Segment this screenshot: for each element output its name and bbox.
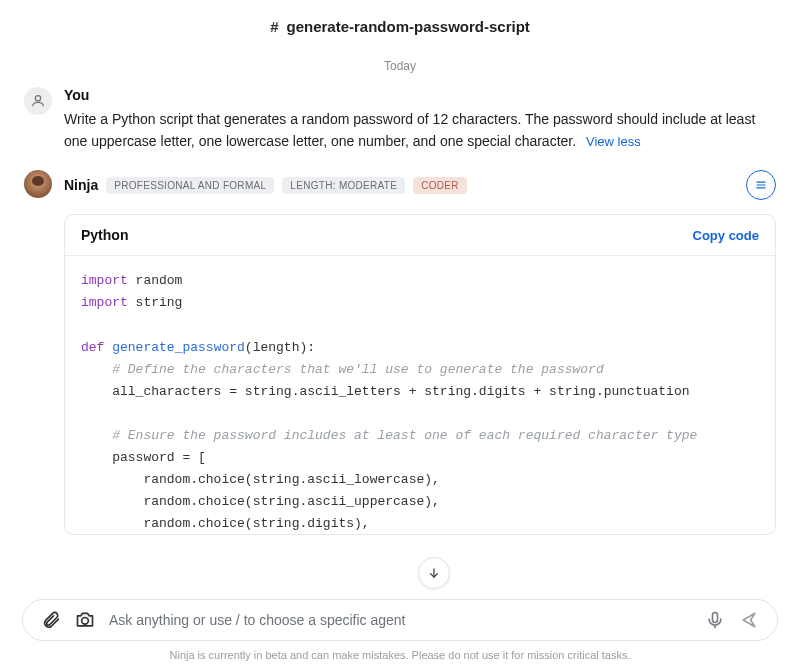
code-language-label: Python xyxy=(81,227,128,243)
message-user: You Write a Python script that generates… xyxy=(0,87,800,152)
code-content: import random import string def generate… xyxy=(65,256,775,534)
composer-input[interactable] xyxy=(109,612,691,628)
svg-rect-6 xyxy=(713,613,718,623)
message-ninja: Ninja PROFESSIONAL AND FORMAL LENGTH: MO… xyxy=(0,170,800,535)
message-menu-button[interactable] xyxy=(746,170,776,200)
code-text: password = [ xyxy=(81,450,206,465)
code-text: string xyxy=(128,295,183,310)
date-divider: Today xyxy=(0,41,800,87)
tag-tone: PROFESSIONAL AND FORMAL xyxy=(106,177,274,194)
send-button[interactable] xyxy=(739,610,759,630)
copy-code-button[interactable]: Copy code xyxy=(693,228,759,243)
svg-point-5 xyxy=(82,618,89,625)
tag-length: LENGTH: MODERATE xyxy=(282,177,405,194)
code-keyword: def xyxy=(81,340,112,355)
microphone-icon xyxy=(705,610,725,630)
person-icon xyxy=(30,93,46,109)
code-text: random.choice(string.ascii_lowercase), xyxy=(81,472,440,487)
ninja-avatar xyxy=(24,170,52,198)
code-comment: # Define the characters that we'll use t… xyxy=(81,362,604,377)
code-keyword: import xyxy=(81,273,128,288)
code-text: random.choice(string.ascii_uppercase), xyxy=(81,494,440,509)
code-text: random xyxy=(128,273,183,288)
tag-mode: CODER xyxy=(413,177,467,194)
code-text: (length): xyxy=(245,340,315,355)
sender-name: Ninja xyxy=(64,177,98,193)
arrow-down-icon xyxy=(427,566,441,580)
camera-button[interactable] xyxy=(75,610,95,630)
sender-name: You xyxy=(64,87,89,103)
svg-point-0 xyxy=(35,96,40,101)
mic-button[interactable] xyxy=(705,610,725,630)
code-keyword: import xyxy=(81,295,128,310)
channel-title: generate-random-password-script xyxy=(286,18,529,35)
code-comment: # Ensure the password includes at least … xyxy=(81,428,697,443)
user-avatar xyxy=(24,87,52,115)
menu-icon xyxy=(754,178,768,192)
scroll-down-button[interactable] xyxy=(418,557,450,589)
view-less-link[interactable]: View less xyxy=(586,134,641,149)
code-text: all_characters = string.ascii_letters + … xyxy=(81,384,690,399)
camera-icon xyxy=(75,610,95,630)
message-text-content: Write a Python script that generates a r… xyxy=(64,111,755,149)
message-text: Write a Python script that generates a r… xyxy=(64,109,776,152)
channel-header: # generate-random-password-script xyxy=(0,0,800,41)
send-icon xyxy=(739,610,759,630)
code-block: Python Copy code import random import st… xyxy=(64,214,776,535)
paperclip-icon xyxy=(41,610,61,630)
beta-disclaimer: Ninja is currently in beta and can make … xyxy=(0,649,800,661)
attach-button[interactable] xyxy=(41,610,61,630)
code-block-header: Python Copy code xyxy=(65,215,775,256)
message-composer xyxy=(22,599,778,641)
code-function: generate_password xyxy=(112,340,245,355)
code-text: random.choice(string.digits), xyxy=(81,516,370,531)
hash-icon: # xyxy=(270,18,278,35)
